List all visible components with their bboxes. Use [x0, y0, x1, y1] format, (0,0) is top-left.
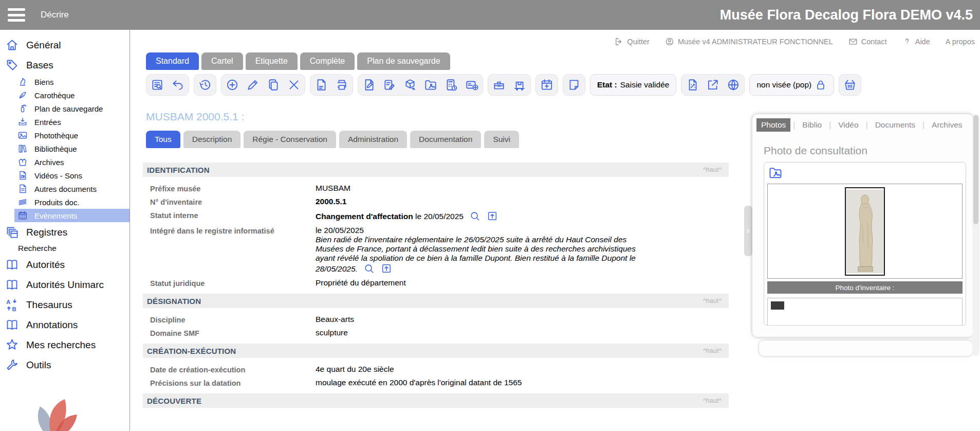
tab-documents[interactable]: Documents [871, 118, 920, 132]
edit-record-button[interactable] [246, 77, 260, 93]
sidebar-item-registres[interactable]: Registres [0, 222, 130, 242]
tab-suivi[interactable]: Suivi [484, 131, 519, 148]
dispatch-button[interactable] [403, 77, 417, 93]
sidebar-item-annotations[interactable]: Annotations [0, 315, 130, 335]
tab-description[interactable]: Description [183, 131, 241, 148]
tab-administration[interactable]: Administration [339, 131, 407, 148]
folder-image-icon[interactable] [768, 166, 783, 180]
sidebar-item-autres-documents[interactable]: Autres documents [0, 182, 130, 195]
tab-regie-conservation[interactable]: Régie - Conservation [244, 131, 336, 148]
undo-button[interactable] [171, 77, 185, 93]
popup-open-icon[interactable] [487, 210, 498, 222]
scrollbar-thumb[interactable] [973, 115, 978, 224]
edit-form-button[interactable] [382, 77, 397, 93]
top-anchor-link[interactable]: ^haut^ [703, 297, 722, 304]
tab-documentation[interactable]: Documentation [410, 131, 481, 148]
wand-document-button[interactable] [685, 77, 699, 93]
sidebar-item-mes-recherches[interactable]: Mes recherches [0, 335, 130, 355]
hamburger-menu-icon[interactable] [8, 8, 25, 22]
search-icon[interactable] [363, 263, 375, 274]
sidebar-item-label: Général [26, 40, 61, 51]
sidebar-item-entrees[interactable]: Entrées [0, 115, 130, 129]
consultation-photo-frame[interactable] [767, 184, 963, 279]
globe-icon [727, 78, 740, 92]
tab-plan-de-sauvegarde[interactable]: Plan de sauvegarde [357, 52, 450, 70]
inventory-photo-frame[interactable] [767, 298, 963, 326]
plus-circle-icon [226, 78, 239, 92]
sidebar-item-evenements[interactable]: Evènements [14, 209, 130, 222]
aide-button[interactable]: Aide [902, 37, 930, 46]
add-record-button[interactable] [225, 77, 239, 93]
delete-record-button[interactable] [287, 77, 301, 93]
sidebar-item-autorites-unimarc[interactable]: Autorités Unimarc [0, 275, 130, 295]
tab-video[interactable]: Vidéo [834, 118, 863, 132]
top-anchor-link[interactable]: ^haut^ [703, 166, 722, 173]
tab-photos[interactable]: Photos [756, 118, 790, 132]
app-title: Musée Flora Decalog Flora DEMO v4.5 [720, 7, 973, 23]
sidebar-item-biens[interactable]: Biens [0, 75, 130, 88]
quitter-button[interactable]: Quitter [614, 37, 650, 46]
popup-open-icon[interactable] [381, 263, 392, 274]
calendar-plus-icon [540, 78, 553, 92]
sidebar-item-label: Produits doc. [34, 198, 80, 207]
tab-tous[interactable]: Tous [146, 131, 180, 148]
history-button[interactable] [198, 77, 212, 93]
sidebar-item-bibliotheque[interactable]: Bibliothèque [0, 142, 130, 155]
tab-biblio[interactable]: Biblio [798, 118, 826, 132]
sidebar-item-recherche[interactable]: Recherche [0, 242, 130, 255]
sidebar-item-archives[interactable]: Archives [0, 155, 130, 169]
sidebar-item-label: Bases [26, 60, 53, 71]
search-icon[interactable] [469, 210, 480, 222]
sidebar-item-thesaurus[interactable]: Thesaurus [0, 295, 130, 315]
add-card-button[interactable] [465, 77, 479, 93]
annotate-page-button[interactable] [362, 77, 376, 93]
panel-scrollbar[interactable] [972, 114, 979, 356]
current-user[interactable]: Musée v4 ADMINISTRATEUR FONCTIONNEL [665, 37, 833, 46]
tab-etiquette[interactable]: Etiquette [246, 52, 298, 70]
media-folder-button[interactable] [423, 77, 438, 93]
sidebar-item-autorites[interactable]: Autorités [0, 255, 130, 275]
tab-cartel[interactable]: Cartel [201, 52, 243, 70]
add-event-button[interactable] [540, 77, 554, 93]
sidebar-item-plan-sauvegarde[interactable]: Plan de sauvegarde [0, 102, 130, 115]
valuation-button[interactable] [444, 77, 458, 93]
sidebar-item-videos-sons[interactable]: Vidéos - Sons [0, 169, 130, 182]
sidebar-item-produits-doc[interactable]: Produits doc. [0, 195, 130, 209]
tab-archives[interactable]: Archives [927, 118, 967, 132]
note-button[interactable] [567, 77, 581, 93]
toolbox-button[interactable] [492, 77, 506, 93]
sidebar-item-phototheque[interactable]: Photothèque [0, 129, 130, 142]
a-propos-button[interactable]: A propos [946, 38, 975, 46]
sidebar-item-carotheque[interactable]: Carothèque [0, 88, 130, 102]
sidebar-item-label: Registres [26, 227, 67, 238]
external-link-button[interactable] [706, 77, 720, 93]
print-button[interactable] [335, 77, 349, 93]
statut-interne-value: Changement d'affectation [316, 212, 413, 221]
a-propos-label: A propos [946, 38, 975, 46]
field-row: Intégré dans le registre informatisé le … [143, 224, 729, 276]
records-list-search-button[interactable] [150, 77, 164, 93]
top-anchor-link[interactable]: ^haut^ [703, 397, 722, 404]
view-tabs: Standard Cartel Etiquette Complète Plan … [146, 52, 980, 70]
sidebar-item-label: Evènements [34, 211, 77, 220]
top-anchor-link[interactable]: ^haut^ [703, 347, 722, 354]
export-document-button[interactable] [314, 77, 328, 93]
page-pen-icon [362, 78, 376, 92]
visa-status[interactable]: non visée (pop) [749, 74, 834, 96]
section-creation-header: CRÉATION-EXÉCUTION ^haut^ [143, 344, 729, 358]
field-label: Statut juridique [150, 278, 316, 288]
publish-web-button[interactable] [726, 77, 741, 93]
basket-button[interactable] [843, 77, 857, 93]
sidebar-item-general[interactable]: Général [0, 35, 130, 55]
duplicate-record-button[interactable] [266, 77, 281, 93]
contact-button[interactable]: Contact [848, 37, 887, 46]
sidebar-item-bases[interactable]: Bases [0, 55, 130, 75]
tab-standard[interactable]: Standard [146, 52, 199, 70]
sidebar-item-outils[interactable]: Outils [0, 355, 130, 375]
stack-icon [17, 197, 28, 207]
lock-icon [815, 79, 827, 91]
tab-complete[interactable]: Complète [300, 52, 355, 70]
panel-collapse-handle[interactable] [744, 206, 752, 256]
registre-date: le 20/05/2025 [316, 226, 644, 235]
movement-button[interactable] [512, 77, 527, 93]
